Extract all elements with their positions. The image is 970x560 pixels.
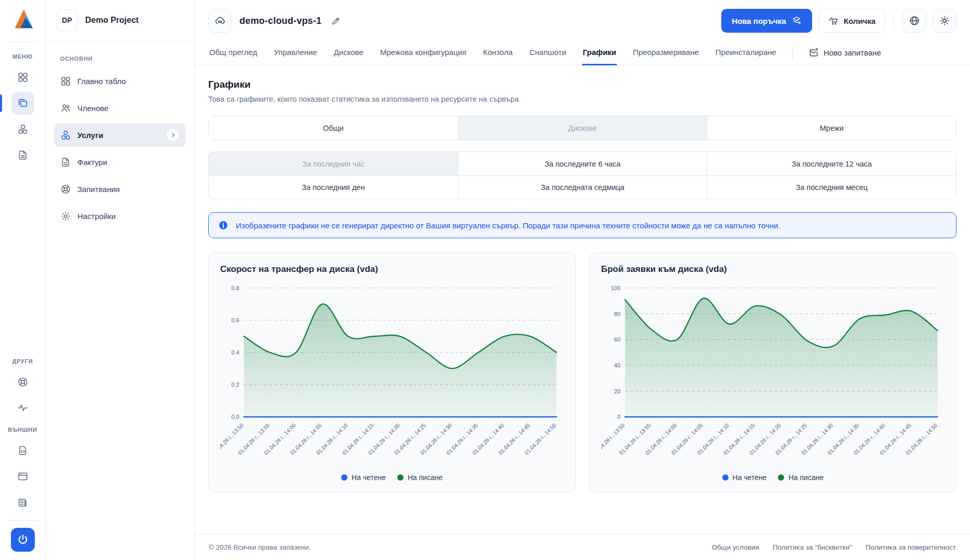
brand-logo[interactable] (11, 7, 35, 31)
svg-text:0.4: 0.4 (232, 349, 239, 356)
chevron-right-icon (168, 132, 179, 139)
tab-overview[interactable]: Общ преглед (209, 41, 258, 65)
tab-graphs[interactable]: Графики (582, 41, 617, 65)
svg-text:0.8: 0.8 (232, 285, 239, 291)
grid-icon (60, 76, 71, 87)
rail-status-button[interactable] (11, 397, 34, 419)
rail-dashboard-button[interactable] (11, 66, 34, 89)
globe-icon (909, 15, 920, 26)
rename-server-button[interactable] (329, 14, 343, 28)
services-expand-button[interactable] (166, 128, 180, 142)
projects-icon (17, 98, 29, 109)
chart-card-disk-requests: Брой заявки към диска (vda) 020406080100… (589, 252, 957, 493)
category-disks-button[interactable]: Дискове (458, 116, 707, 140)
project-switcher[interactable]: DP Demo Project (46, 0, 194, 42)
sidebar-item-members[interactable]: Членове (54, 96, 186, 120)
range-last-month-button[interactable]: За последния месец (707, 175, 956, 199)
sidebar-item-invoices[interactable]: Фактури (54, 150, 186, 174)
boxes-icon (17, 124, 29, 135)
topbar-divider (894, 13, 894, 29)
legend-dot-write (778, 474, 784, 481)
rail-news-button[interactable] (11, 491, 34, 514)
server-type-button[interactable] (208, 9, 232, 33)
svg-text:0.0: 0.0 (232, 414, 239, 420)
charts-row: Скорост на трансфер на диска (vda) 0.00.… (208, 252, 956, 493)
rail-docs-button[interactable] (11, 439, 34, 462)
sidebar-item-dashboard[interactable]: Главно табло (54, 69, 186, 93)
theme-toggle-button[interactable] (933, 9, 956, 33)
legend-label-write: На писане (788, 473, 824, 482)
privacy-policy-link[interactable]: Политика за поверителност (866, 543, 956, 551)
file-code-icon (17, 445, 29, 456)
logout-button[interactable] (11, 528, 35, 552)
server-title: demo-cloud-vps-1 (239, 16, 321, 26)
sidebar-item-label: Настройки (77, 212, 116, 221)
pencil-icon (331, 16, 341, 26)
svg-text:60: 60 (614, 336, 620, 343)
legend-dot-write (397, 474, 403, 481)
rail-invoices-button[interactable] (11, 144, 34, 167)
sidebar-item-settings[interactable]: Настройки (54, 204, 186, 228)
grid-icon (17, 72, 29, 83)
range-last-hour-button[interactable]: За последния час (209, 152, 458, 175)
sidebar-item-label: Членове (77, 104, 109, 113)
rail-support-button[interactable] (11, 371, 34, 393)
rail-bottom-divider (8, 520, 37, 521)
sun-icon (939, 15, 950, 26)
rail-projects-button[interactable] (11, 92, 34, 115)
sidebar-item-tickets[interactable]: Запитвания (54, 177, 186, 201)
lifebuoy-icon (17, 376, 29, 388)
graph-category-switch: Общи Дискове Мрежи (208, 116, 956, 140)
legend-label-write: На писане (408, 473, 443, 482)
page-title: Графики (208, 79, 956, 90)
legend-item-write[interactable]: На писане (778, 473, 824, 482)
tab-disks[interactable]: Дискове (333, 41, 364, 65)
legend-item-write[interactable]: На писане (397, 473, 443, 482)
terms-link[interactable]: Общи условия (711, 543, 759, 551)
rail-menu-label: МЕНЮ (12, 53, 33, 60)
range-last-week-button[interactable]: За последната седмица (458, 175, 707, 199)
sidebar-item-label: Фактури (77, 158, 107, 167)
language-button[interactable] (902, 9, 926, 33)
activity-icon (17, 402, 29, 414)
rail-hosting-button[interactable] (11, 465, 34, 488)
new-order-button[interactable]: Нова поръчка (721, 9, 812, 33)
legend-item-read[interactable]: На четене (341, 473, 386, 482)
legend-label-read: На четене (352, 473, 386, 482)
sidebar-item-label: Услуги (77, 131, 103, 140)
category-networks-button[interactable]: Мрежи (707, 116, 956, 140)
graphs-page: Графики Това са графиките, които показва… (195, 65, 970, 520)
users-icon (60, 103, 71, 114)
rail-external-label: ВЪНШНИ (8, 427, 37, 433)
range-last-day-button[interactable]: За последния ден (209, 175, 458, 199)
chart-legend: На четене На писане (601, 473, 945, 484)
copyright-text: © 2026 Всички права запазени. (209, 543, 311, 551)
legend-dot-read (341, 474, 347, 481)
sidebar-item-services[interactable]: Услуги (54, 123, 186, 147)
tab-console[interactable]: Конзола (482, 41, 513, 65)
tab-management[interactable]: Управление (273, 41, 317, 65)
range-12-hours-button[interactable]: За последните 12 часа (707, 152, 956, 175)
topbar-actions: Нова поръчка Количка (721, 9, 956, 33)
tab-reinstall[interactable]: Преинсталиране (715, 41, 777, 65)
lifebuoy-icon (60, 184, 71, 195)
time-range-switch: За последния час За последните 6 часа За… (208, 152, 956, 199)
disk-transfer-chart: 0.00.20.40.60.801.04.26 г., 13:5001.04.2… (220, 281, 564, 472)
info-icon (218, 220, 228, 230)
range-6-hours-button[interactable]: За последните 6 часа (458, 152, 707, 175)
category-general-button[interactable]: Общи (209, 116, 458, 140)
new-ticket-link[interactable]: Ново запитване (809, 40, 881, 65)
tab-snapshots[interactable]: Снапшоти (529, 41, 567, 65)
disk-requests-chart: 02040608010001.04.26 г., 13:5001.04.26 г… (601, 281, 945, 472)
tab-network-config[interactable]: Мрежова конфигурация (380, 41, 467, 65)
cart-button[interactable]: Количка (818, 9, 885, 33)
rail-services-button[interactable] (11, 118, 34, 141)
cookies-policy-link[interactable]: Политика за "бисквитки" (773, 543, 852, 551)
layers-plus-icon (791, 16, 802, 26)
legend-item-read[interactable]: На четене (722, 473, 767, 482)
tab-resize[interactable]: Преоразмеряване (632, 41, 699, 65)
server-tabs: Общ преглед Управление Дискове Мрежова к… (195, 40, 970, 65)
tabs-separator (792, 47, 793, 59)
svg-text:0: 0 (617, 414, 620, 420)
sidebar-section-label: ОСНОВНИ (54, 47, 186, 69)
